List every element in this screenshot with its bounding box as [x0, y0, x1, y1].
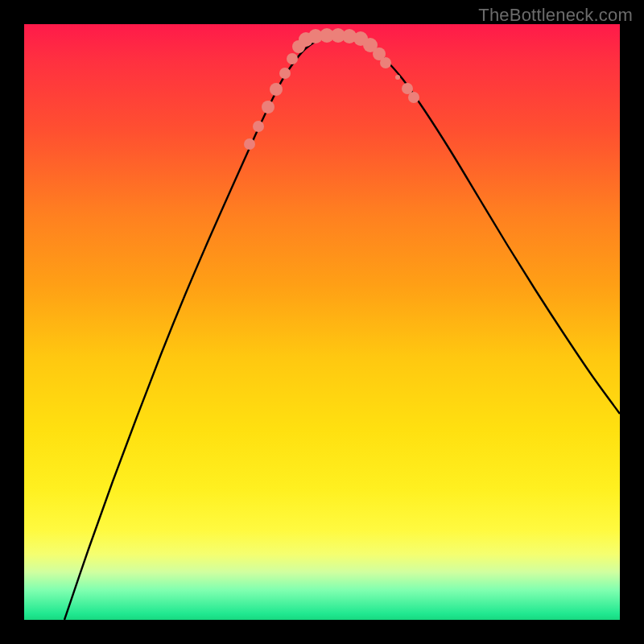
data-point — [244, 138, 255, 150]
data-point — [408, 92, 419, 103]
data-point — [253, 121, 264, 132]
data-point — [262, 101, 275, 114]
bottleneck-curve — [24, 24, 620, 620]
data-point — [395, 75, 400, 80]
data-point — [380, 57, 391, 68]
data-point — [279, 68, 291, 79]
plot-area — [24, 24, 620, 620]
data-point — [270, 83, 283, 96]
watermark-text: TheBottleneck.com — [478, 5, 633, 26]
data-point — [287, 53, 298, 64]
chart-frame: TheBottleneck.com — [0, 0, 644, 644]
